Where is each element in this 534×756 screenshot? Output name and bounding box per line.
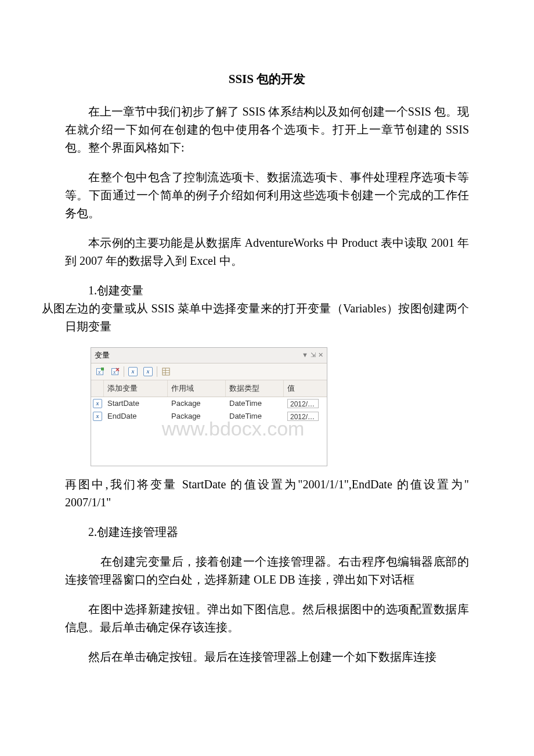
- delete-variable-icon[interactable]: x: [109, 365, 121, 378]
- paragraph: 1.创建变量 从图左边的变量或从 SSIS 菜单中选择变量来的打开变量（Vari…: [65, 282, 469, 336]
- step-label: 1.创建变量: [88, 284, 143, 297]
- variable-type: DateTime: [226, 398, 284, 409]
- variable-name: StartDate: [104, 398, 168, 409]
- variable-value-cell[interactable]: 2012/2/...: [284, 399, 327, 408]
- paragraph: 在图中选择新建按钮。弹出如下图信息。然后根据图中的选项配置数据库信息。最后单击确…: [65, 600, 469, 636]
- variable-row-icon: x: [91, 412, 104, 421]
- panel-window-controls: ▼ ⇲ ✕: [302, 352, 323, 358]
- add-variable-icon[interactable]: x: [93, 365, 106, 378]
- header-cell-scope[interactable]: 作用域: [168, 380, 226, 397]
- variable-row-icon: x: [91, 399, 104, 408]
- variable-value-cell[interactable]: 2012/2/...: [284, 412, 327, 421]
- panel-titlebar: 变量 ▼ ⇲ ✕: [91, 348, 327, 363]
- variable-name: EndDate: [104, 411, 168, 422]
- variables-panel: www.bdocx.com 变量 ▼ ⇲ ✕ x x x: [91, 347, 327, 466]
- paragraph-line: 从图左边的变量或从 SSIS 菜单中选择变量来的打开变量（Variables）按…: [42, 302, 469, 333]
- panel-title: 变量: [95, 350, 110, 361]
- paragraph: 在整个包中包含了控制流选项卡、数据流选项卡、事件处理程序选项卡等等。下面通过一个…: [65, 168, 469, 222]
- paragraph: 在上一章节中我们初步了解了 SSIS 体系结构以及如何创建一个SSIS 包。现在…: [65, 103, 469, 157]
- header-cell-name[interactable]: 添加变量: [104, 380, 168, 397]
- variable-row[interactable]: x StartDate Package DateTime 2012/2/...: [91, 397, 327, 410]
- variable-row[interactable]: x EndDate Package DateTime 2012/2/...: [91, 410, 327, 423]
- variables-toolbar: x x x x: [91, 363, 327, 380]
- header-cell-value[interactable]: 值: [284, 380, 327, 397]
- svg-rect-7: [163, 368, 169, 375]
- variable-scope: Package: [168, 398, 226, 409]
- document-page: SSIS 包的开发 在上一章节中我们初步了解了 SSIS 体系结构以及如何创建一…: [0, 0, 534, 756]
- paragraph: 然后在单击确定按钮。最后在连接管理器上创建一个如下数据库连接: [65, 648, 469, 666]
- step-heading: 2.创建连接管理器: [65, 523, 469, 541]
- header-cell-icon: [91, 380, 104, 397]
- header-cell-type[interactable]: 数据类型: [226, 380, 284, 397]
- paragraph: 再图中,我们将变量 StartDate 的值设置为"2001/1/1",EndD…: [65, 476, 469, 512]
- svg-text:x: x: [98, 369, 101, 375]
- panel-menu-icon[interactable]: ▼: [302, 352, 308, 358]
- toolbar-separator: [124, 366, 124, 377]
- variables-body: x StartDate Package DateTime 2012/2/... …: [91, 397, 327, 466]
- page-title: SSIS 包的开发: [65, 70, 469, 89]
- paragraph: 本示例的主要功能是从数据库 AdventureWorks 中 Product 表…: [65, 234, 469, 270]
- variables-header-row: 添加变量 作用域 数据类型 值: [91, 380, 327, 397]
- paragraph: 在创建完变量后，接着创建一个连接管理器。右击程序包编辑器底部的连接管理器窗口的空…: [65, 553, 469, 589]
- variable-icon[interactable]: x: [127, 365, 139, 378]
- variable-icon[interactable]: x: [142, 365, 154, 378]
- toolbar-separator: [157, 366, 157, 377]
- variable-type: DateTime: [226, 411, 284, 422]
- panel-close-icon[interactable]: ✕: [318, 352, 323, 358]
- variable-value[interactable]: 2012/2/...: [287, 399, 319, 408]
- svg-text:x: x: [113, 369, 116, 375]
- variable-value[interactable]: 2012/2/...: [287, 412, 319, 421]
- properties-icon[interactable]: [160, 365, 172, 378]
- svg-rect-2: [101, 368, 104, 370]
- panel-pin-icon[interactable]: ⇲: [311, 352, 316, 358]
- variable-scope: Package: [168, 411, 226, 422]
